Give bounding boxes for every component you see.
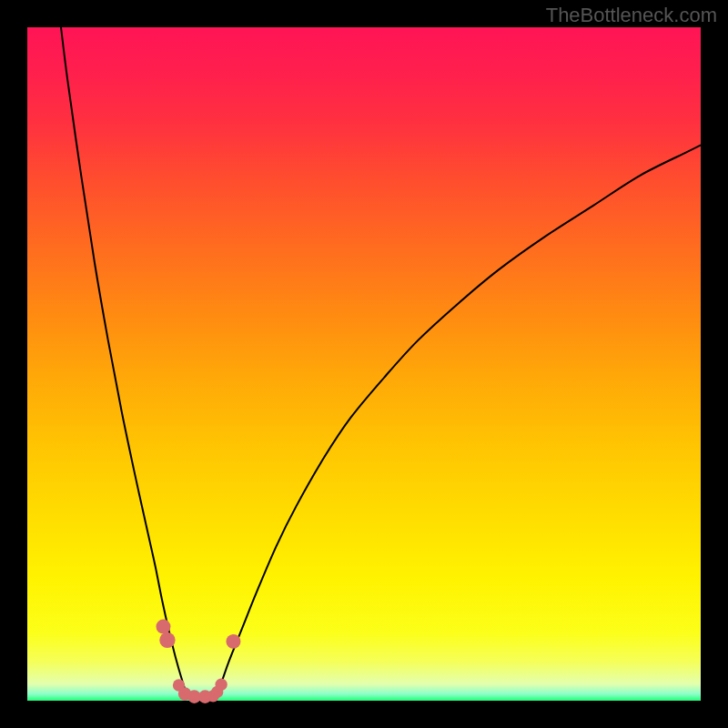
chart-svg [27,27,701,701]
data-marker [159,632,175,648]
data-marker [226,634,240,649]
chart-plot-area [27,27,701,701]
data-marker [156,620,170,634]
curve-left-branch [61,27,187,697]
watermark-text: TheBottleneck.com [546,4,717,27]
data-marker [215,679,227,691]
curve-right-branch [216,146,701,697]
